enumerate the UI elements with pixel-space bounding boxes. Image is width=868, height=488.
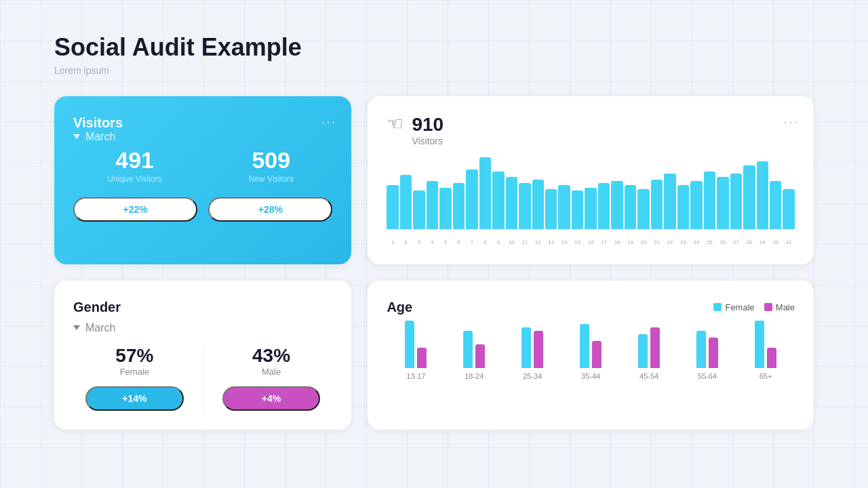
bar — [558, 185, 570, 229]
bar-axis-label: 20 — [637, 239, 649, 245]
age-group-label: 45-54 — [639, 372, 658, 380]
bar — [625, 185, 636, 229]
female-bar — [405, 321, 414, 368]
bar — [413, 190, 425, 229]
age-card-title: Age — [387, 300, 412, 315]
unique-visitors-label: Unique Visitors — [73, 174, 196, 184]
age-card: Age Female Male 13-1718-2425-3435-4445-5… — [368, 281, 814, 430]
bar — [585, 188, 596, 229]
bar-wrapper — [677, 157, 689, 229]
bar-axis-label: 28 — [743, 239, 755, 245]
female-bar — [755, 321, 764, 368]
bar-wrapper — [770, 157, 781, 229]
bar-wrapper — [730, 157, 742, 229]
male-label: Male — [210, 367, 333, 377]
bar-wrapper — [690, 157, 702, 229]
legend-male-dot — [764, 303, 772, 311]
bar-wrapper — [400, 157, 412, 229]
bar — [664, 174, 675, 229]
bar-axis-label: 30 — [770, 239, 781, 245]
bar-wrapper — [466, 157, 477, 229]
bar — [532, 180, 544, 229]
age-bars — [638, 317, 660, 368]
bar-axis-label: 4 — [427, 239, 438, 245]
bar-axis-label: 6 — [453, 239, 465, 245]
age-group: 25-34 — [521, 317, 543, 380]
bar — [743, 165, 755, 229]
chart-total-value: 910 — [412, 115, 443, 134]
visitors-month-selector[interactable]: March — [73, 131, 332, 143]
unique-visitors-block: 491 Unique Visitors — [73, 148, 196, 184]
bar — [730, 174, 742, 229]
age-legend: Female Male — [713, 302, 795, 312]
chart-card-more-button[interactable]: ... — [783, 111, 799, 127]
male-bar — [592, 341, 601, 368]
unique-visitors-badge[interactable]: +22% — [73, 197, 197, 222]
new-visitors-value: 509 — [210, 148, 332, 171]
bar-wrapper — [598, 157, 610, 229]
bar-wrapper — [651, 157, 663, 229]
bar-axis-label: 9 — [492, 239, 504, 245]
bar-axis-label: 13 — [545, 239, 557, 245]
bar-wrapper — [717, 157, 728, 229]
bar-wrapper — [611, 157, 623, 229]
gender-month-selector[interactable]: March — [73, 322, 332, 334]
male-stat: 43% Male +4% — [210, 345, 333, 411]
age-chart: 13-1718-2425-3435-4445-5455-6465+ — [387, 329, 795, 396]
age-group: 45-54 — [638, 317, 660, 380]
gender-month-label: March — [85, 322, 115, 334]
new-visitors-label: New Visitors — [210, 174, 332, 184]
female-badge[interactable]: +14% — [85, 386, 184, 411]
bar-axis-label: 21 — [651, 239, 663, 245]
female-bar — [521, 327, 531, 368]
bar — [479, 157, 491, 229]
bar-axis-label: 22 — [664, 239, 675, 245]
bar — [637, 189, 649, 229]
bar-axis-label: 14 — [558, 239, 570, 245]
visitors-card-more-button[interactable]: ... — [321, 111, 337, 127]
age-group-label: 55-64 — [698, 372, 717, 380]
bar — [506, 177, 517, 229]
age-group: 35-44 — [580, 317, 601, 380]
bar-axis-label: 29 — [757, 239, 768, 245]
bar-wrapper — [506, 157, 517, 229]
bar — [757, 161, 768, 229]
bar — [427, 181, 438, 229]
bar — [783, 189, 794, 229]
male-bar — [650, 327, 660, 368]
bar — [492, 171, 504, 229]
bar-axis-label: 5 — [439, 239, 451, 245]
male-bar — [475, 344, 485, 368]
bar — [466, 169, 477, 229]
visitors-card: Visitors ... March 491 Unique Visitors 5… — [54, 96, 351, 264]
new-visitors-badge[interactable]: +28% — [208, 197, 332, 222]
bar-axis-label: 8 — [479, 239, 491, 245]
visitors-stats-row: 491 Unique Visitors 509 New Visitors — [73, 148, 332, 184]
bar-wrapper — [743, 157, 755, 229]
bar-axis-label: 16 — [585, 239, 596, 245]
age-bars — [755, 317, 776, 368]
visitors-month-dropdown-icon — [73, 134, 80, 139]
bar-wrapper — [439, 157, 451, 229]
male-bar — [417, 348, 427, 368]
visitors-card-title: Visitors — [73, 115, 123, 130]
bar-axis-label: 7 — [466, 239, 477, 245]
bar-wrapper — [532, 157, 544, 229]
visitors-chart-card: ... ☜ 910 Visitors 123456789101112131415… — [368, 96, 814, 264]
chart-stats: 910 Visitors — [412, 115, 443, 146]
age-group-label: 35-44 — [581, 372, 600, 380]
female-bar — [463, 331, 473, 368]
page: Social Audit Example Lorem ipsum Visitor… — [0, 0, 868, 464]
age-group: 65+ — [755, 317, 776, 380]
bar-axis: 1234567891011121314151617181920212223242… — [387, 239, 795, 245]
bar — [598, 183, 610, 229]
female-value: 57% — [73, 345, 196, 367]
male-badge[interactable]: +4% — [222, 386, 321, 411]
bar — [770, 181, 781, 229]
bar-axis-label: 26 — [717, 239, 728, 245]
bar-axis-label: 1 — [387, 239, 398, 245]
bar — [611, 181, 623, 229]
bar-axis-label: 24 — [690, 239, 702, 245]
legend-male-label: Male — [776, 302, 795, 312]
bar — [453, 183, 465, 229]
